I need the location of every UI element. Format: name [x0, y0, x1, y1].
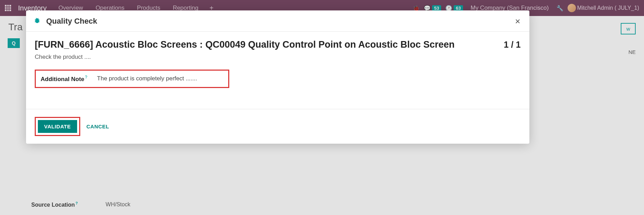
- modal-header: Quality Check ×: [26, 10, 529, 32]
- additional-note-value[interactable]: The product is completely perfect ......…: [97, 75, 197, 82]
- validate-highlight: VALIDATE: [35, 117, 80, 136]
- modal-close-button[interactable]: ×: [514, 17, 522, 26]
- additional-note-label: Additional Note?: [41, 75, 87, 83]
- quality-check-modal: Quality Check × [FURN_6666] Acoustic Blo…: [26, 10, 529, 144]
- qc-pager: 1 / 1: [504, 40, 521, 50]
- modal-body: [FURN_6666] Acoustic Bloc Screens : QC00…: [26, 32, 529, 109]
- modal-title: Quality Check: [46, 17, 97, 26]
- cancel-button[interactable]: CANCEL: [86, 124, 109, 129]
- validate-button[interactable]: VALIDATE: [38, 120, 77, 133]
- additional-note-row: Additional Note? The product is complete…: [35, 70, 229, 88]
- modal-footer: VALIDATE CANCEL: [26, 109, 529, 144]
- bug-icon: [34, 17, 41, 26]
- qc-instructions: Check the product ....: [35, 54, 521, 61]
- qc-headline: [FURN_6666] Acoustic Bloc Screens : QC00…: [35, 39, 455, 50]
